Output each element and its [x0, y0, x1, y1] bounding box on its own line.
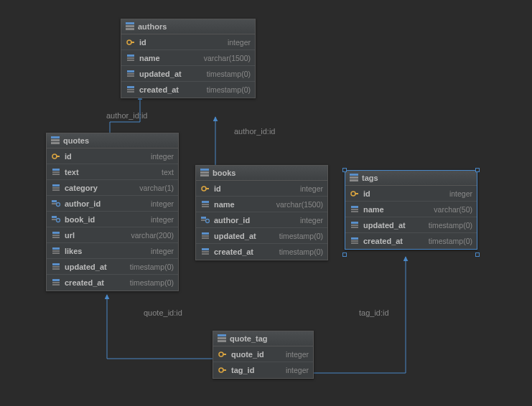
svg-rect-55: [202, 235, 209, 237]
svg-rect-11: [127, 86, 134, 88]
column-icon: [350, 237, 360, 245]
column-type: timestamp(0): [429, 237, 472, 245]
column-type: integer: [151, 152, 174, 161]
svg-rect-70: [351, 227, 358, 228]
column-row[interactable]: book_idinteger: [47, 212, 178, 227]
column-icon: [126, 86, 136, 93]
column-row[interactable]: urlvarchar(200): [47, 227, 178, 243]
table-books[interactable]: books idinteger namevarchar(1500) author…: [195, 165, 328, 260]
svg-rect-51: [201, 217, 206, 219]
selection-handle[interactable]: [475, 168, 480, 172]
column-row[interactable]: created_attimestamp(0): [121, 82, 255, 98]
column-row[interactable]: tag_idinteger: [213, 362, 313, 378]
table-icon: [350, 174, 358, 182]
svg-rect-75: [218, 337, 226, 339]
svg-rect-76: [218, 340, 226, 342]
column-name: author_id: [214, 216, 250, 225]
column-name: book_id: [65, 215, 95, 224]
column-row[interactable]: author_idinteger: [196, 212, 327, 228]
svg-rect-66: [351, 209, 358, 210]
svg-rect-12: [127, 89, 134, 90]
column-row[interactable]: namevarchar(50): [345, 202, 477, 217]
column-type: integer: [449, 189, 472, 198]
column-type: integer: [286, 366, 309, 374]
table-header[interactable]: tags: [345, 171, 477, 186]
svg-rect-16: [51, 142, 60, 144]
column-name: name: [363, 205, 384, 214]
column-type: varchar(1500): [204, 54, 251, 62]
column-row[interactable]: quote_idinteger: [213, 346, 313, 362]
column-row[interactable]: categoryvarchar(1): [47, 180, 178, 196]
column-type: integer: [286, 350, 309, 359]
column-type: varchar(1500): [276, 200, 323, 209]
column-row[interactable]: updated_attimestamp(0): [345, 217, 477, 233]
column-row[interactable]: likesinteger: [47, 243, 178, 259]
column-row[interactable]: created_attimestamp(0): [196, 244, 327, 260]
svg-rect-54: [202, 232, 209, 235]
column-type: timestamp(0): [279, 247, 323, 256]
column-name: id: [139, 38, 146, 47]
column-row[interactable]: namevarchar(1500): [196, 197, 327, 212]
column-row[interactable]: created_attimestamp(0): [47, 275, 178, 291]
table-header[interactable]: quotes: [47, 133, 178, 148]
svg-rect-48: [202, 201, 209, 203]
column-name: id: [214, 184, 221, 193]
selection-handle[interactable]: [342, 252, 347, 257]
svg-point-27: [57, 202, 60, 206]
column-name: likes: [65, 247, 82, 255]
column-type: timestamp(0): [130, 263, 174, 271]
pk-icon: [350, 190, 360, 197]
svg-rect-4: [131, 42, 134, 43]
table-authors[interactable]: authors idinteger namevarchar(1500) upda…: [121, 19, 256, 98]
column-name: created_at: [65, 278, 104, 287]
pkfk-icon: [218, 367, 228, 374]
fk-icon: [51, 200, 61, 207]
table-header[interactable]: authors: [121, 19, 255, 34]
column-type: timestamp(0): [429, 221, 472, 230]
svg-point-53: [206, 219, 210, 222]
table-title: authors: [138, 22, 167, 31]
column-name: category: [65, 184, 98, 192]
column-type: integer: [151, 215, 174, 224]
column-type: integer: [151, 199, 174, 208]
column-row[interactable]: updated_attimestamp(0): [47, 259, 178, 275]
column-name: updated_at: [139, 70, 182, 78]
table-quotes[interactable]: quotes idinteger texttext categoryvarcha…: [46, 133, 179, 291]
selection-handle[interactable]: [342, 168, 347, 172]
svg-rect-42: [52, 284, 60, 285]
column-row[interactable]: idinteger: [345, 186, 477, 202]
svg-rect-73: [351, 242, 358, 244]
column-name: name: [214, 200, 235, 209]
svg-rect-2: [126, 28, 134, 30]
relation-label: author_id:id: [234, 127, 276, 136]
column-name: name: [139, 54, 160, 62]
table-quote-tag[interactable]: quote_tag quote_idinteger tag_idinteger: [213, 331, 314, 379]
column-row[interactable]: idinteger: [121, 34, 255, 50]
column-icon: [350, 222, 360, 229]
table-header[interactable]: books: [196, 166, 327, 181]
svg-rect-1: [126, 25, 134, 27]
column-icon: [51, 279, 61, 286]
svg-rect-38: [52, 266, 60, 268]
column-row[interactable]: updated_attimestamp(0): [121, 66, 255, 82]
svg-rect-67: [351, 211, 358, 212]
column-row[interactable]: namevarchar(1500): [121, 50, 255, 66]
svg-rect-60: [350, 174, 358, 176]
selection-handle[interactable]: [475, 252, 480, 257]
column-icon: [51, 232, 61, 239]
column-name: url: [65, 231, 75, 240]
column-row[interactable]: idinteger: [196, 181, 327, 197]
column-name: created_at: [363, 237, 403, 245]
column-row[interactable]: updated_attimestamp(0): [196, 228, 327, 244]
column-row[interactable]: idinteger: [47, 148, 178, 164]
column-row[interactable]: author_idinteger: [47, 196, 178, 212]
column-row[interactable]: created_attimestamp(0): [345, 233, 477, 249]
column-row[interactable]: texttext: [47, 164, 178, 180]
table-tags[interactable]: tags idinteger namevarchar(50) updated_a…: [345, 170, 477, 250]
column-type: timestamp(0): [207, 85, 251, 94]
svg-rect-33: [52, 237, 60, 238]
svg-rect-45: [200, 174, 209, 176]
column-name: id: [65, 152, 72, 161]
table-header[interactable]: quote_tag: [213, 331, 313, 346]
column-name: updated_at: [214, 232, 256, 240]
